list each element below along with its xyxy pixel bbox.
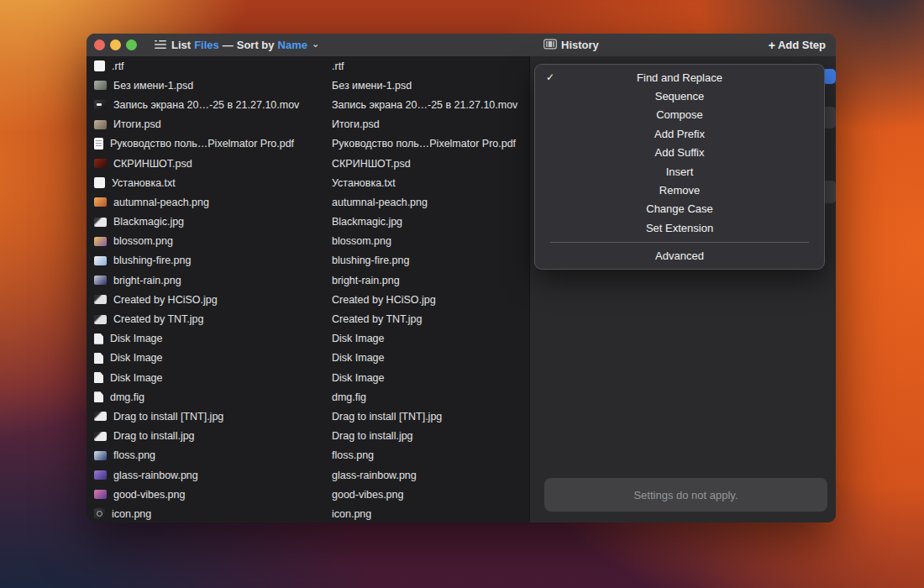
window-title: List Files — Sort by Name ⌄ bbox=[171, 34, 319, 56]
file-preview-name: floss.png bbox=[332, 449, 374, 461]
file-original-name: Запись экрана 20…-25 в 21.27.10.mov bbox=[113, 99, 299, 111]
file-preview-name: Без имени-1.psd bbox=[332, 80, 412, 92]
file-row[interactable]: icon.pngicon.png bbox=[87, 504, 529, 522]
file-original-name: dmg.fig bbox=[110, 391, 144, 403]
file-row[interactable]: Disk ImageDisk Image bbox=[87, 368, 529, 387]
menu-item-sequence[interactable]: Sequence bbox=[535, 87, 824, 105]
doc-file-icon bbox=[94, 177, 105, 188]
file-row[interactable]: Created by TNT.jpgCreated by TNT.jpg bbox=[87, 309, 529, 328]
file-row[interactable]: autumnal-peach.pngautumnal-peach.png bbox=[87, 192, 529, 212]
video-file-icon bbox=[94, 100, 107, 109]
file-row[interactable]: glass-rainbow.pngglass-rainbow.png bbox=[87, 465, 529, 485]
menu-item-label: Compose bbox=[656, 108, 703, 121]
file-original-name: Установка.txt bbox=[112, 177, 176, 189]
file-preview-name: bright-rain.png bbox=[332, 275, 400, 286]
file-row[interactable]: Без имени-1.psdБез имени-1.psd bbox=[87, 76, 529, 95]
menu-item-change-case[interactable]: Change Case bbox=[535, 200, 824, 218]
file-list: .rtf.rtfБез имени-1.psdБез имени-1.psdЗа… bbox=[87, 56, 529, 522]
file-row[interactable]: .rtf.rtf bbox=[87, 56, 529, 76]
file-row[interactable]: Руководство поль…Pixelmator Pro.pdfРуков… bbox=[87, 134, 529, 154]
settings-note-button[interactable]: Settings do not apply. bbox=[544, 478, 827, 512]
file-original-name: blushing-fire.png bbox=[113, 255, 191, 266]
file-preview-name: Drag to install [TNT].jpg bbox=[332, 411, 442, 423]
file-original-name: Created by HCiSO.jpg bbox=[113, 294, 218, 306]
file-row[interactable]: floss.pngfloss.png bbox=[87, 446, 529, 465]
file-row[interactable]: good-vibes.pnggood-vibes.png bbox=[87, 485, 529, 504]
file-preview-name: glass-rainbow.png bbox=[332, 470, 417, 481]
file-preview-name: dmg.fig bbox=[332, 391, 366, 403]
file-row[interactable]: Disk ImageDisk Image bbox=[87, 349, 529, 368]
menu-item-label: Find and Replace bbox=[637, 71, 722, 84]
plus-icon: + bbox=[769, 39, 775, 52]
step-type-menu: ✓Find and ReplaceSequenceComposeAdd Pref… bbox=[534, 64, 825, 270]
file-original-name: Disk Image bbox=[110, 372, 163, 384]
file-row[interactable]: Disk ImageDisk Image bbox=[87, 329, 529, 349]
menu-item-add-suffix[interactable]: Add Suffix bbox=[535, 144, 824, 162]
file-row[interactable]: Запись экрана 20…-25 в 21.27.10.movЗапис… bbox=[87, 95, 529, 114]
file-original-name: good-vibes.png bbox=[113, 489, 185, 501]
menu-item-find-and-replace[interactable]: ✓Find and Replace bbox=[535, 68, 824, 87]
file-row[interactable]: blushing-fire.pngblushing-fire.png bbox=[87, 251, 529, 270]
file-row[interactable]: Created by HCiSO.jpgCreated by HCiSO.jpg bbox=[87, 290, 529, 309]
file-row[interactable]: Установка.txtУстановка.txt bbox=[87, 173, 529, 192]
thumb-file-icon bbox=[94, 81, 107, 90]
menu-item-remove[interactable]: Remove bbox=[535, 181, 824, 199]
file-row[interactable]: bright-rain.pngbright-rain.png bbox=[87, 270, 529, 290]
sort-menu-button[interactable]: Name bbox=[278, 39, 307, 51]
menu-item-add-prefix[interactable]: Add Prefix bbox=[535, 124, 824, 143]
diag-file-icon bbox=[94, 315, 107, 324]
add-step-button[interactable]: + Add Step bbox=[769, 34, 826, 56]
file-original-name: Disk Image bbox=[110, 333, 163, 344]
menu-item-compose[interactable]: Compose bbox=[535, 106, 824, 124]
menu-item-label: Set Extension bbox=[646, 222, 713, 234]
thumb-file-icon bbox=[94, 490, 107, 499]
file-row[interactable]: СКРИНШОТ.psdСКРИНШОТ.psd bbox=[87, 154, 529, 173]
title-separator: — bbox=[223, 39, 234, 51]
file-row[interactable]: Drag to install [TNT].jpgDrag to install… bbox=[87, 407, 529, 426]
app-file-icon bbox=[94, 508, 105, 519]
checkmark-icon: ✓ bbox=[546, 71, 554, 83]
thumb-file-icon bbox=[94, 256, 107, 265]
add-step-label: Add Step bbox=[778, 39, 826, 51]
history-icon bbox=[543, 39, 557, 52]
chevron-down-icon[interactable]: ⌄ bbox=[312, 39, 319, 50]
file-row[interactable]: Blackmagic.jpgBlackmagic.jpg bbox=[87, 213, 529, 232]
menu-item-set-extension[interactable]: Set Extension bbox=[535, 218, 824, 237]
file-preview-name: Disk Image bbox=[332, 352, 385, 364]
thumb-file-icon bbox=[94, 197, 107, 207]
menu-item-insert[interactable]: Insert bbox=[535, 162, 824, 181]
files-menu-button[interactable]: Files bbox=[194, 39, 219, 51]
fold-file-icon bbox=[94, 353, 103, 364]
file-preview-name: Итоги.psd bbox=[332, 118, 380, 130]
file-original-name: glass-rainbow.png bbox=[113, 470, 198, 481]
menu-item-label: Change Case bbox=[646, 202, 713, 215]
file-preview-name: good-vibes.png bbox=[332, 489, 403, 501]
diag-file-icon bbox=[94, 412, 107, 421]
file-original-name: Created by TNT.jpg bbox=[113, 313, 203, 325]
file-original-name: .rtf bbox=[112, 60, 124, 72]
desktop-wallpaper: List Files — Sort by Name ⌄ History bbox=[0, 0, 924, 588]
file-row[interactable]: blossom.pngblossom.png bbox=[87, 232, 529, 251]
file-row[interactable]: Drag to install.jpgDrag to install.jpg bbox=[87, 427, 529, 446]
menu-item-advanced[interactable]: Advanced bbox=[535, 247, 824, 265]
menu-item-label: Add Suffix bbox=[654, 146, 704, 159]
minimize-button[interactable] bbox=[110, 39, 121, 50]
file-preview-name: Запись экрана 20…-25 в 21.27.10.mov bbox=[332, 99, 517, 111]
thumb-file-icon bbox=[94, 120, 107, 129]
close-button[interactable] bbox=[94, 39, 105, 50]
file-preview-name: Disk Image bbox=[332, 372, 385, 384]
zoom-button[interactable] bbox=[126, 39, 137, 50]
thumb-file-icon bbox=[94, 159, 107, 168]
file-original-name: Drag to install.jpg bbox=[113, 430, 195, 442]
file-row[interactable]: dmg.figdmg.fig bbox=[87, 387, 529, 407]
file-original-name: Disk Image bbox=[110, 352, 163, 364]
fold-file-icon bbox=[94, 391, 103, 402]
thumb-file-icon bbox=[94, 470, 107, 480]
diag-file-icon bbox=[94, 432, 107, 441]
file-original-name: Руководство поль…Pixelmator Pro.pdf bbox=[110, 138, 294, 150]
pdf-file-icon bbox=[94, 138, 103, 150]
rename-app-window: List Files — Sort by Name ⌄ History bbox=[87, 34, 836, 522]
file-preview-name: Установка.txt bbox=[332, 177, 396, 189]
file-row[interactable]: Итоги.psdИтоги.psd bbox=[87, 115, 529, 134]
diag-file-icon bbox=[94, 295, 107, 304]
